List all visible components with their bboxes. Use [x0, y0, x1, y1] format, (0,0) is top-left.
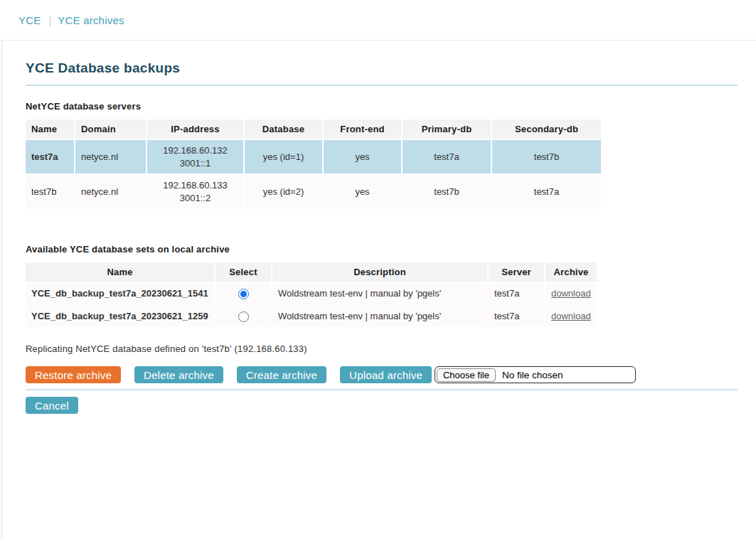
archive-description: Woldstream test-env | manual by 'pgels' [272, 306, 487, 327]
archives-col-server: Server [489, 262, 544, 282]
server-row-test7b: test7b netyce.nl 192.168.60.1333001::2 y… [26, 175, 601, 208]
server-database: yes (id=2) [245, 175, 322, 208]
archive-download-link[interactable]: download [551, 288, 591, 299]
archives-table-header-row: Name Select Description Server Archive [26, 262, 597, 282]
archives-col-description: Description [272, 262, 487, 282]
breadcrumb-current-link[interactable]: YCE archives [58, 14, 124, 26]
archives-section-title: Available YCE database sets on local arc… [26, 244, 738, 255]
servers-col-frontend: Front-end [324, 119, 401, 139]
server-domain: netyce.nl [75, 140, 146, 174]
server-secondary-db: test7b [492, 140, 601, 174]
server-domain: netyce.nl [75, 175, 146, 208]
archive-download-link[interactable]: download [551, 311, 591, 321]
archive-radio-1259[interactable] [238, 311, 249, 322]
servers-col-name: Name [26, 119, 74, 139]
file-upload-input[interactable]: Choose file No file chosen [435, 366, 636, 383]
servers-col-secondary: Secondary-db [492, 119, 601, 139]
archive-row-1541: YCE_db_backup_test7a_20230621_1541 Wolds… [26, 283, 597, 304]
servers-table-header-row: Name Domain IP-address Database Front-en… [26, 119, 601, 139]
server-secondary-db: test7a [492, 175, 601, 208]
page-title: YCE Database backups [26, 60, 738, 76]
servers-col-domain: Domain [75, 119, 146, 139]
delete-archive-button[interactable]: Delete archive [134, 366, 223, 383]
restore-archive-button[interactable]: Restore archive [26, 366, 121, 383]
main-content: YCE Database backups NetYCE database ser… [1, 41, 756, 538]
archive-server: test7a [489, 283, 544, 304]
servers-col-ip: IP-address [147, 119, 243, 139]
server-ip: 192.168.60.1333001::2 [147, 175, 243, 208]
archive-name: YCE_db_backup_test7a_20230621_1259 [26, 306, 214, 327]
server-frontend: yes [324, 140, 401, 174]
create-archive-button[interactable]: Create archive [237, 366, 326, 383]
servers-col-primary: Primary-db [403, 119, 491, 139]
server-primary-db: test7b [403, 175, 491, 208]
server-primary-db: test7a [403, 140, 491, 174]
breadcrumb-home-link[interactable]: YCE [18, 14, 41, 26]
title-divider [26, 85, 738, 86]
archive-name: YCE_db_backup_test7a_20230621_1541 [26, 283, 214, 304]
servers-table: Name Domain IP-address Database Front-en… [24, 118, 602, 210]
upload-archive-button[interactable]: Upload archive [340, 366, 432, 383]
server-row-test7a: test7a netyce.nl 192.168.60.1323001::1 y… [26, 140, 601, 174]
archives-table: Name Select Description Server Archive Y… [24, 261, 598, 328]
archives-col-archive: Archive [545, 262, 597, 282]
replication-note: Replicating NetYCE database defined on '… [26, 343, 738, 354]
archive-select-cell [215, 283, 271, 304]
archives-col-select: Select [215, 262, 271, 282]
archives-col-name: Name [26, 262, 214, 282]
servers-section-title: NetYCE database servers [26, 101, 738, 112]
server-name: test7b [26, 175, 74, 208]
cancel-button[interactable]: Cancel [26, 397, 78, 414]
archive-server: test7a [489, 306, 544, 327]
archive-row-1259: YCE_db_backup_test7a_20230621_1259 Wolds… [26, 306, 597, 327]
server-ip: 192.168.60.1323001::1 [147, 140, 243, 174]
archive-description: Woldstream test-env | manual by 'pgels' [272, 283, 487, 304]
server-database: yes (id=1) [245, 140, 322, 174]
archive-select-cell [215, 306, 271, 327]
top-navigation: YCE | YCE archives [0, 0, 756, 41]
server-frontend: yes [324, 175, 401, 208]
archive-radio-1541[interactable] [238, 289, 249, 299]
breadcrumb-separator: | [48, 14, 51, 26]
bottom-divider [26, 389, 738, 390]
file-chosen-status: No file chosen [502, 370, 563, 380]
action-button-row: Restore archive Delete archive Create ar… [26, 366, 738, 383]
servers-col-database: Database [245, 119, 322, 139]
choose-file-button[interactable]: Choose file [437, 368, 496, 382]
server-name: test7a [26, 140, 74, 174]
